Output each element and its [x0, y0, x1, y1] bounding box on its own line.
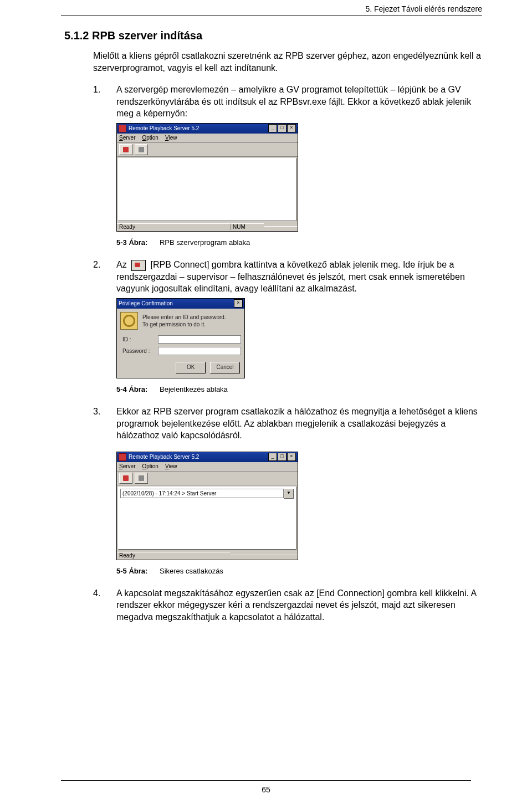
dlg-titlebar: Privilege Confirmation ×	[117, 299, 244, 309]
app-icon	[119, 125, 126, 132]
app-icon	[119, 453, 126, 461]
dlg-caption-text: Bejelentkezés ablaka	[160, 385, 228, 393]
step-1: 1. A szervergép merevlemezén – amelyikre…	[93, 84, 482, 120]
fig-5-3-caption: 5-3 Ábra: RPB szerverprogram ablaka	[116, 238, 482, 247]
minimize-button[interactable]: _	[268, 453, 277, 461]
fig1-statusbar: Ready NUM	[117, 222, 298, 231]
step-2-pre: Az	[116, 260, 127, 269]
step-3: 3. Ekkor az RPB szerver program csatlako…	[93, 406, 482, 442]
step-4: 4. A kapcsolat megszakításához egyszerűe…	[93, 587, 482, 623]
menu-view[interactable]: View	[165, 463, 177, 469]
fig1-title: Remote Playback Server 5.2	[129, 125, 268, 131]
menu-server[interactable]: SServererver	[119, 135, 135, 141]
dlg-title: Privilege Confirmation	[119, 300, 234, 306]
menu-view[interactable]: View	[165, 135, 177, 141]
fig-5-4-dialog: Privilege Confirmation × Please enter an…	[116, 298, 245, 378]
step-3-text: Ekkor az RPB szerver program csatlakozik…	[116, 406, 482, 442]
close-button[interactable]: ×	[287, 124, 296, 132]
rpb-connect-icon	[131, 260, 146, 271]
dlg-msg-line1: Please enter an ID and password.	[142, 314, 226, 321]
fig2-caption-text: Sikeres csatlakozás	[160, 567, 223, 575]
dlg-pw-row: Password :	[120, 347, 241, 355]
section-title: 5.1.2 RPB szerver indítása	[64, 29, 482, 42]
fig1-caption-label: 5-3 Ábra:	[116, 238, 147, 247]
log-entry: (2002/10/28) - 17:14:24 > Start Server	[120, 489, 284, 498]
step-1-number: 1.	[93, 84, 116, 120]
fig-5-3-window: Remote Playback Server 5.2 _ □ × SServer…	[116, 123, 298, 232]
intro-paragraph: Mielőtt a kliens gépről csatlakozni szer…	[93, 50, 482, 74]
fig1-titlebar: Remote Playback Server 5.2 _ □ ×	[117, 124, 298, 134]
rpb-toolbar-button-2[interactable]	[135, 144, 148, 155]
cancel-button[interactable]: Cancel	[210, 362, 240, 373]
fig1-status-num: NUM	[230, 223, 264, 230]
header-rule	[61, 16, 482, 16]
fig2-titlebar: Remote Playback Server 5.2 _ □ ×	[117, 452, 298, 462]
step-2-text: Az [RPB Connect] gombra kattintva a köve…	[116, 259, 482, 295]
fig1-client-area	[118, 158, 296, 221]
fig2-status-panel2	[264, 555, 298, 555]
fig2-caption-label: 5-5 Ábra:	[116, 567, 147, 575]
step-1-text: A szervergép merevlemezén – amelyikre a …	[116, 84, 482, 120]
dlg-id-label: ID :	[120, 336, 158, 342]
step-4-number: 4.	[93, 587, 116, 623]
step-3-number: 3.	[93, 406, 116, 442]
step-2: 2. Az [RPB Connect] gombra kattintva a k…	[93, 259, 482, 295]
fig2-status-left: Ready	[117, 552, 230, 559]
fig2-client-area: (2002/10/28) - 17:14:24 > Start Server ▼	[118, 487, 296, 550]
fig2-toolbar	[117, 472, 298, 485]
close-button[interactable]: ×	[287, 453, 296, 461]
fig2-status-panel1	[230, 555, 264, 555]
rpb-connect-button[interactable]	[119, 144, 132, 155]
dlg-msg-line2: To get permission to do it.	[142, 321, 226, 328]
fig-5-4-caption: 5-4 Ábra: Bejelentkezés ablaka	[116, 385, 482, 393]
menu-option[interactable]: Option	[142, 135, 158, 141]
menu-server[interactable]: Server	[119, 463, 135, 469]
page-number: 65	[0, 785, 532, 794]
minimize-button[interactable]: _	[268, 124, 277, 132]
ok-button[interactable]: OK	[176, 362, 206, 373]
fig-5-5-window: Remote Playback Server 5.2 _ □ × Server …	[116, 452, 298, 560]
rpb-toolbar-button-2[interactable]	[135, 473, 148, 484]
fig1-toolbar	[117, 143, 298, 157]
rpb-connect-button[interactable]	[119, 473, 132, 484]
footer-rule	[61, 780, 471, 781]
dlg-caption-label: 5-4 Ábra:	[116, 385, 147, 393]
fig2-title: Remote Playback Server 5.2	[129, 454, 268, 460]
id-input[interactable]	[158, 335, 241, 344]
password-input[interactable]	[158, 347, 241, 355]
fig1-caption-text: RPB szerverprogram ablaka	[160, 238, 250, 247]
step-2-post: [RPB Connect] gombra kattintva a követke…	[116, 260, 465, 293]
step-4-text: A kapcsolat megszakításához egyszerűen c…	[116, 587, 482, 623]
dlg-message: Please enter an ID and password. To get …	[120, 312, 241, 330]
dlg-id-row: ID :	[120, 335, 241, 344]
log-dropdown-button[interactable]: ▼	[284, 489, 294, 499]
key-icon	[120, 312, 138, 330]
fig1-menubar: SServererver Option View	[117, 134, 298, 143]
fig-5-5-caption: 5-5 Ábra: Sikeres csatlakozás	[116, 567, 482, 575]
fig1-status-blank	[264, 226, 298, 227]
step-2-number: 2.	[93, 259, 116, 295]
dlg-close-button[interactable]: ×	[234, 299, 243, 308]
fig2-menubar: Server Option View	[117, 462, 298, 472]
maximize-button[interactable]: □	[278, 124, 287, 132]
dlg-pw-label: Password :	[120, 348, 158, 354]
menu-option[interactable]: Option	[142, 463, 158, 469]
maximize-button[interactable]: □	[278, 453, 287, 461]
running-header: 5. Fejezet Távoli elérés rendszere	[61, 4, 482, 13]
fig1-status-left: Ready	[117, 223, 230, 230]
fig2-statusbar: Ready	[117, 551, 298, 560]
